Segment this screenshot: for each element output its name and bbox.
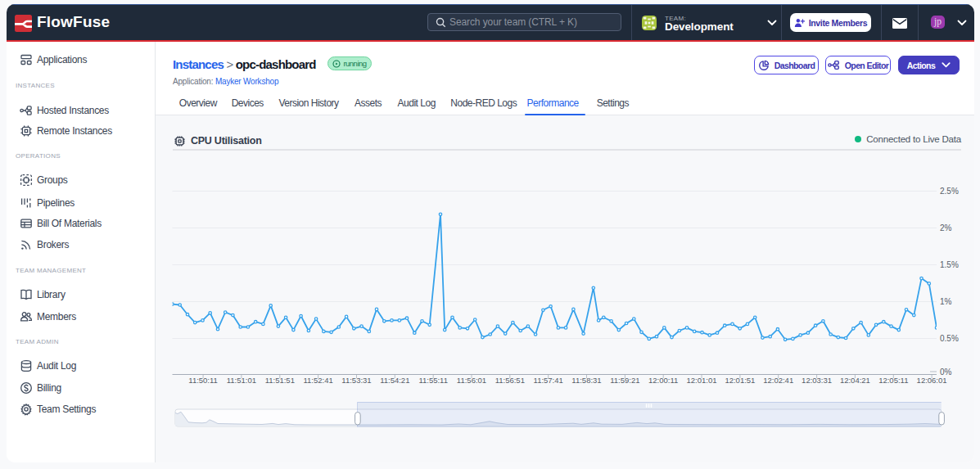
svg-text:11:59:21: 11:59:21 [610, 376, 639, 385]
svg-text:11:52:41: 11:52:41 [303, 376, 332, 385]
svg-text:12:01:51: 12:01:51 [725, 376, 755, 385]
svg-text:11:53:31: 11:53:31 [341, 376, 371, 385]
svg-text:1.5%: 1.5% [940, 260, 959, 269]
svg-text:11:56:51: 11:56:51 [495, 376, 525, 385]
svg-text:11:51:01: 11:51:01 [227, 376, 256, 385]
svg-text:11:57:41: 11:57:41 [534, 376, 563, 385]
svg-text:11:56:01: 11:56:01 [457, 376, 486, 385]
svg-text:0.5%: 0.5% [940, 334, 959, 343]
svg-text:12:04:21: 12:04:21 [840, 376, 870, 385]
svg-text:2%: 2% [940, 223, 952, 232]
svg-text:11:54:21: 11:54:21 [380, 376, 409, 385]
svg-text:11:58:31: 11:58:31 [571, 376, 601, 385]
svg-text:12:00:11: 12:00:11 [648, 376, 678, 385]
svg-text:11:50:11: 11:50:11 [188, 376, 218, 385]
svg-text:12:03:31: 12:03:31 [802, 376, 832, 385]
svg-text:12:05:11: 12:05:11 [878, 376, 908, 385]
svg-text:11:51:51: 11:51:51 [265, 376, 295, 385]
svg-text:2.5%: 2.5% [940, 187, 959, 196]
svg-text:12:01:01: 12:01:01 [687, 376, 717, 385]
svg-text:11:55:11: 11:55:11 [418, 376, 448, 385]
svg-text:12:02:41: 12:02:41 [763, 376, 793, 385]
svg-text:1%: 1% [940, 297, 952, 306]
svg-text:12:06:01: 12:06:01 [917, 376, 947, 385]
